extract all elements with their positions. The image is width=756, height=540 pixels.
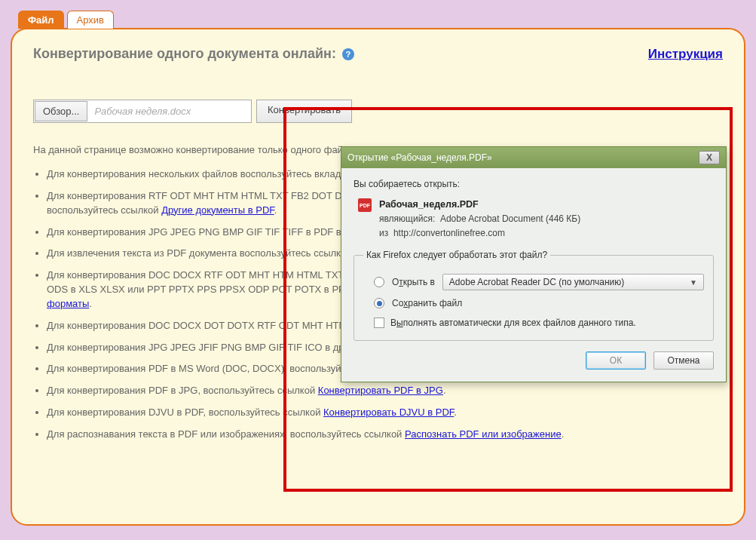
list-item: Для распознавания текста в PDF или изобр… xyxy=(47,428,723,442)
auto-label: Выполнять автоматически для всех файлов … xyxy=(390,318,636,328)
download-dialog: Открытие «Рабочая_неделя.PDF» X Вы собир… xyxy=(341,146,727,382)
open-with-dropdown[interactable]: Adobe Acrobat Reader DC (по умолчанию) ▼ xyxy=(442,274,704,290)
radio-open-with[interactable] xyxy=(374,277,384,287)
file-from-value: http://convertonlinefree.com xyxy=(393,228,505,238)
save-file-label: Сохранить файл xyxy=(392,298,462,308)
selected-file-name: Рабочая неделя.docx xyxy=(88,100,251,122)
tab-archive[interactable]: Архив xyxy=(67,11,114,29)
auto-checkbox[interactable] xyxy=(374,318,384,328)
dialog-file-name: Рабочая_неделя.PDF xyxy=(379,197,580,212)
page-title: Конвертирование одного документа онлайн:… xyxy=(33,46,354,62)
instruction-link[interactable]: Инструкция xyxy=(648,47,723,62)
dialog-titlebar[interactable]: Открытие «Рабочая_неделя.PDF» X xyxy=(341,147,726,168)
file-input-box: Обзор... Рабочая неделя.docx xyxy=(33,100,252,123)
inline-link[interactable]: Распознать PDF или изображение xyxy=(405,428,562,440)
pdf-icon: PDF xyxy=(358,198,372,212)
content-panel: Конвертирование одного документа онлайн:… xyxy=(11,28,745,526)
radio-save-file[interactable] xyxy=(374,298,384,308)
open-with-label: Открыть в xyxy=(392,277,435,287)
dialog-title: Открытие «Рабочая_неделя.PDF» xyxy=(347,152,492,163)
opening-label: Вы собираетесь открыть: xyxy=(354,179,714,189)
file-type-label: являющийся: xyxy=(379,213,435,224)
convert-button[interactable]: Конвертировать xyxy=(256,100,352,123)
chevron-down-icon: ▼ xyxy=(690,278,697,287)
inline-link[interactable]: Конвертировать DJVU в PDF xyxy=(323,407,454,418)
file-from-label: из xyxy=(379,228,388,238)
help-icon[interactable]: ? xyxy=(342,48,354,60)
tab-file[interactable]: Файл xyxy=(18,11,64,29)
list-item: Для конвертирования DJVU в PDF, воспольз… xyxy=(47,406,723,420)
ok-button[interactable]: ОК xyxy=(586,351,646,370)
handle-fieldset: Как Firefox следует обработать этот файл… xyxy=(354,250,714,341)
page-title-text: Конвертирование одного документа онлайн: xyxy=(33,46,336,62)
browse-button[interactable]: Обзор... xyxy=(35,101,87,121)
close-icon[interactable]: X xyxy=(699,151,720,164)
inline-link[interactable]: Другие документы в PDF xyxy=(161,204,274,216)
open-with-app: Adobe Acrobat Reader DC (по умолчанию) xyxy=(449,277,624,287)
file-type-value: Adobe Acrobat Document (446 КБ) xyxy=(440,213,580,224)
tabs: Файл Архив xyxy=(18,11,745,29)
cancel-button[interactable]: Отмена xyxy=(653,351,714,370)
list-item: Для конвертирования PDF в JPG, воспользу… xyxy=(47,384,723,398)
inline-link[interactable]: Конвертировать PDF в JPG xyxy=(318,385,443,396)
handle-legend: Как Firefox следует обработать этот файл… xyxy=(363,250,550,260)
